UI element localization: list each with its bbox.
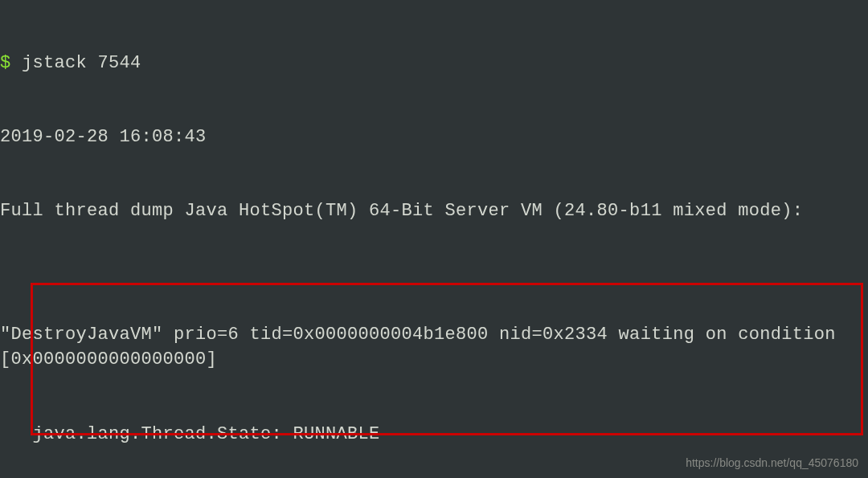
output-line: java.lang.Thread.State: RUNNABLE	[0, 423, 868, 447]
output-line: "DestroyJavaVM" prio=6 tid=0x0000000004b…	[0, 323, 868, 373]
output-line: 2019-02-28 16:08:43	[0, 125, 868, 150]
command-line[interactable]: $ jstack 7544	[0, 51, 868, 76]
output-line: Full thread dump Java HotSpot(TM) 64-Bit…	[0, 199, 868, 224]
watermark-text: https://blog.csdn.net/qq_45076180	[686, 456, 858, 472]
command-text: jstack 7544	[22, 53, 141, 73]
terminal-output: $ jstack 7544 2019-02-28 16:08:43 Full t…	[0, 2, 868, 478]
prompt-symbol: $	[0, 53, 22, 73]
